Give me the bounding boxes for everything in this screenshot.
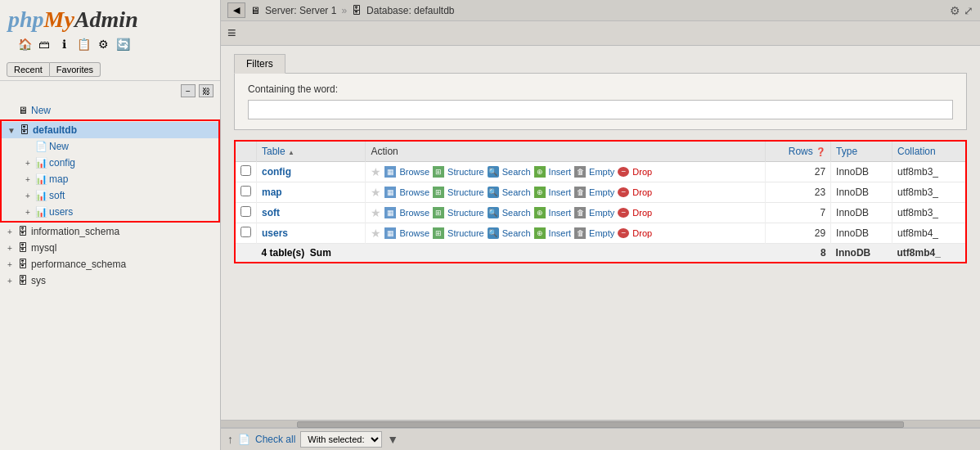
collapse-btn[interactable]: −	[181, 84, 196, 97]
insert-btn-0[interactable]: Insert	[549, 167, 572, 177]
tree-config[interactable]: + 📊 config	[18, 155, 218, 171]
row-name-1[interactable]: map	[257, 182, 366, 203]
horizontal-scrollbar[interactable]	[221, 420, 980, 428]
row-collation-3: utf8mb4_	[892, 223, 965, 244]
browse-btn-2[interactable]: Browse	[399, 208, 429, 218]
drop-btn-2[interactable]: Drop	[632, 208, 652, 218]
star-icon-3[interactable]: ★	[371, 227, 381, 240]
tree-db-new[interactable]: 📄 New	[18, 138, 218, 155]
tree-information-schema[interactable]: + 🗄 information_schema	[0, 223, 220, 240]
with-selected-dropdown[interactable]: With selected:	[300, 431, 382, 448]
drop-btn-0[interactable]: Drop	[632, 167, 652, 177]
favorites-button[interactable]: Favorites	[50, 62, 101, 77]
drop-icon-3: −	[618, 228, 629, 238]
footer-count: 4 table(s) Sum	[257, 244, 366, 263]
link-btn[interactable]: ⛓	[199, 84, 214, 97]
empty-btn-1[interactable]: Empty	[589, 187, 614, 197]
logo-area: phpMyAdmin 🏠 🗃 ℹ 📋 ⚙ 🔄	[0, 0, 220, 59]
scroll-down-arrow[interactable]: ▼	[387, 433, 398, 446]
search-btn-3[interactable]: Search	[502, 228, 531, 238]
empty-icon-2: 🗑	[574, 207, 586, 218]
table-body: config ★ ▦ Browse ⊞ Structure 🔍 Search ⊕…	[236, 162, 965, 244]
db-icon[interactable]: 🗃	[36, 36, 52, 52]
row-checkbox-0[interactable]	[236, 162, 257, 182]
structure-icon-2: ⊞	[433, 207, 444, 218]
col-rows-header: Rows ❓	[766, 142, 831, 162]
home-icon[interactable]: 🏠	[16, 36, 33, 52]
search-btn-0[interactable]: Search	[502, 167, 531, 177]
row-name-3[interactable]: users	[257, 223, 366, 244]
back-button[interactable]: ◀	[227, 2, 245, 18]
server-breadcrumb[interactable]: Server: Server 1	[265, 5, 336, 16]
tree-soft[interactable]: + 📊 soft	[18, 187, 218, 204]
structure-btn-1[interactable]: Structure	[447, 187, 484, 197]
structure-icon-3: ⊞	[433, 227, 444, 239]
hamburger-button[interactable]: ≡	[227, 25, 236, 42]
search-btn-2[interactable]: Search	[502, 208, 531, 218]
browse-btn-0[interactable]: Browse	[399, 167, 429, 177]
scroll-up-arrow[interactable]: ↑	[227, 433, 233, 446]
toggle-sys: +	[3, 274, 16, 287]
row-checkbox-2[interactable]	[236, 203, 257, 223]
row-rows-1: 23	[766, 182, 831, 203]
empty-btn-2[interactable]: Empty	[589, 208, 614, 218]
star-icon-0[interactable]: ★	[371, 165, 381, 178]
tree-mysql[interactable]: + 🗄 mysql	[0, 240, 220, 256]
tree-new-root[interactable]: 🖥 New	[0, 102, 220, 119]
browse-icon-0: ▦	[384, 166, 396, 178]
gear-button[interactable]: ⚙	[950, 4, 960, 17]
row-type-3: InnoDB	[831, 223, 892, 244]
db-breadcrumb[interactable]: Database: defaultdb	[366, 5, 454, 16]
tree-map[interactable]: + 📊 map	[18, 171, 218, 187]
star-icon-1[interactable]: ★	[371, 186, 381, 199]
empty-btn-3[interactable]: Empty	[589, 228, 614, 238]
perf-schema-label: performance_schema	[31, 259, 126, 270]
col-table-header[interactable]: Table ▲	[257, 142, 366, 162]
drop-btn-3[interactable]: Drop	[632, 228, 652, 238]
check-all-button[interactable]: Check all	[255, 434, 295, 445]
tree-users[interactable]: + 📊 users	[18, 204, 218, 220]
insert-btn-1[interactable]: Insert	[549, 187, 572, 197]
tree-sys[interactable]: + 🗄 sys	[0, 272, 220, 289]
star-icon-2[interactable]: ★	[371, 206, 381, 219]
row-checkbox-1[interactable]	[236, 182, 257, 203]
structure-btn-3[interactable]: Structure	[447, 228, 484, 238]
logo: phpMyAdmin	[8, 7, 212, 33]
database-tree: 🖥 New ▼ 🗄 defaultdb 📄 New + 📊 config	[0, 101, 220, 450]
table-row: config ★ ▦ Browse ⊞ Structure 🔍 Search ⊕…	[236, 162, 965, 182]
empty-btn-0[interactable]: Empty	[589, 167, 614, 177]
browse-btn-3[interactable]: Browse	[399, 228, 429, 238]
tables-table: Table ▲ Action Rows ❓ Type Collation	[236, 142, 965, 262]
table-users-icon: 📊	[34, 205, 47, 218]
search-icon-0: 🔍	[488, 166, 499, 178]
scrollbar-thumb[interactable]	[297, 421, 904, 428]
filter-input[interactable]	[248, 100, 953, 119]
info-icon[interactable]: ℹ	[56, 36, 72, 52]
tree-defaultdb[interactable]: ▼ 🗄 defaultdb	[2, 122, 218, 138]
copy-icon[interactable]: 📋	[75, 36, 92, 52]
table-map-icon: 📊	[34, 173, 47, 186]
row-name-0[interactable]: config	[257, 162, 366, 182]
resize-button[interactable]: ⤢	[964, 4, 973, 17]
rows-info-icon[interactable]: ❓	[816, 147, 825, 156]
row-checkbox-3[interactable]	[236, 223, 257, 244]
structure-btn-2[interactable]: Structure	[447, 208, 484, 218]
drop-btn-1[interactable]: Drop	[632, 187, 652, 197]
insert-btn-3[interactable]: Insert	[549, 228, 572, 238]
structure-icon-1: ⊞	[433, 187, 444, 198]
browse-btn-1[interactable]: Browse	[399, 187, 429, 197]
row-type-2: InnoDB	[831, 203, 892, 223]
search-icon-3: 🔍	[488, 227, 499, 239]
search-btn-1[interactable]: Search	[502, 187, 531, 197]
filters-tab[interactable]: Filters	[234, 54, 285, 74]
insert-btn-2[interactable]: Insert	[549, 208, 572, 218]
db-new-label: New	[49, 141, 69, 152]
structure-btn-0[interactable]: Structure	[447, 167, 484, 177]
main-area: Filters Containing the word: Table ▲ Act…	[221, 46, 980, 420]
tree-performance-schema[interactable]: + 🗄 performance_schema	[0, 256, 220, 272]
footer-cb	[236, 244, 257, 263]
row-name-2[interactable]: soft	[257, 203, 366, 223]
recent-button[interactable]: Recent	[7, 62, 50, 77]
exit-icon[interactable]: 🔄	[115, 36, 131, 52]
settings-icon[interactable]: ⚙	[95, 36, 111, 52]
